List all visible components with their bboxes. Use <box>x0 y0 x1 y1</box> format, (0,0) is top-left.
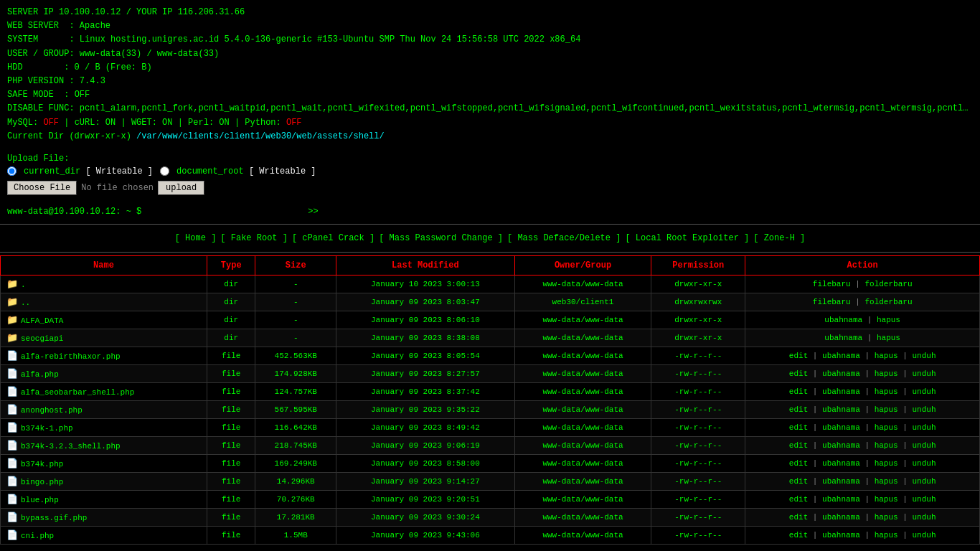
action-unduh[interactable]: unduh <box>913 495 936 504</box>
terminal-input[interactable] <box>144 207 302 217</box>
action-filebaru[interactable]: filebaru <box>813 280 851 288</box>
action-ubahnama[interactable]: ubahnama <box>822 352 860 360</box>
file-name-link[interactable]: . <box>21 281 26 289</box>
col-type: Type <box>207 255 255 275</box>
action-edit[interactable]: edit <box>789 495 808 504</box>
file-name-link[interactable]: ALFA_DATA <box>21 316 63 325</box>
divider-1 <box>0 224 980 225</box>
action-unduh[interactable]: unduh <box>913 441 936 450</box>
action-unduh[interactable]: unduh <box>913 352 936 360</box>
action-edit[interactable]: edit <box>789 459 808 468</box>
file-owner-cell: www-data/www-data <box>514 329 651 347</box>
file-name-link[interactable]: b374k-3.2.3_shell.php <box>21 442 121 451</box>
file-modified-cell: January 09 2023 8:03:47 <box>336 293 515 311</box>
action-ubahnama[interactable]: ubahnama <box>822 513 860 522</box>
file-name-link[interactable]: seocgiapi <box>21 334 63 343</box>
action-unduh[interactable]: unduh <box>913 513 936 522</box>
action-separator: | <box>898 495 913 504</box>
action-hapus[interactable]: hapus <box>875 459 898 468</box>
action-hapus[interactable]: hapus <box>875 405 898 414</box>
file-name-link[interactable]: bingo.php <box>21 478 63 486</box>
radio-document-root[interactable] <box>160 166 169 176</box>
file-action-cell: filebaru | folderbaru <box>745 293 980 311</box>
action-hapus[interactable]: hapus <box>877 334 900 342</box>
action-ubahnama[interactable]: ubahnama <box>822 441 860 450</box>
file-name-link[interactable]: blue.php <box>21 496 59 504</box>
file-owner-cell: www-data/www-data <box>514 275 651 293</box>
action-ubahnama[interactable]: ubahnama <box>824 316 862 324</box>
system-value: Linux hosting.unigres.ac.id 5.4.0-136-ge… <box>80 34 581 44</box>
nav-local-root-exploiter[interactable]: [ Local Root Exploiter ] <box>625 233 749 243</box>
action-hapus[interactable]: hapus <box>875 387 898 396</box>
action-edit[interactable]: edit <box>789 423 808 432</box>
action-ubahnama[interactable]: ubahnama <box>822 369 860 378</box>
action-unduh[interactable]: unduh <box>913 477 936 486</box>
table-row: 📄bypass.gif.phpfile17.281KBJanuary 09 20… <box>1 508 980 526</box>
current-dir-path: /var/www/clients/client1/web30/web/asset… <box>136 131 385 141</box>
file-name-link[interactable]: alfa.php <box>21 370 59 379</box>
action-ubahnama[interactable]: ubahnama <box>822 495 860 504</box>
action-unduh[interactable]: unduh <box>913 531 936 540</box>
action-hapus[interactable]: hapus <box>875 369 898 378</box>
action-separator: | <box>862 316 877 324</box>
action-folderbaru[interactable]: folderbaru <box>864 280 912 288</box>
action-ubahnama[interactable]: ubahnama <box>824 334 862 342</box>
action-hapus[interactable]: hapus <box>875 531 898 540</box>
action-hapus[interactable]: hapus <box>875 352 898 360</box>
action-unduh[interactable]: unduh <box>913 423 936 432</box>
file-name-link[interactable]: alfa-rebirthhaxor.php <box>21 352 121 361</box>
file-table: Name Type Size Last Modified Owner/Group… <box>0 255 980 545</box>
nav-home[interactable]: [ Home ] <box>175 233 217 243</box>
radio-document-root-label[interactable]: document_root [ Writeable ] <box>176 166 316 176</box>
nav-cpanel-crack[interactable]: [ cPanel Crack ] <box>292 233 374 243</box>
action-unduh[interactable]: unduh <box>913 369 936 378</box>
action-edit[interactable]: edit <box>789 441 808 450</box>
action-hapus[interactable]: hapus <box>877 316 900 324</box>
action-edit[interactable]: edit <box>789 513 808 522</box>
file-name-link[interactable]: b374k-1.php <box>21 424 73 433</box>
action-edit[interactable]: edit <box>789 477 808 486</box>
action-separator: | <box>808 495 822 504</box>
action-ubahnama[interactable]: ubahnama <box>822 477 860 486</box>
action-edit[interactable]: edit <box>789 369 808 378</box>
nav-mass-password-change[interactable]: [ Mass Password Change ] <box>379 233 503 243</box>
action-filebaru[interactable]: filebaru <box>813 298 851 306</box>
radio-current-dir[interactable] <box>7 166 17 176</box>
file-name-link[interactable]: alfa_seobarbar_shell.php <box>21 388 134 397</box>
action-hapus[interactable]: hapus <box>875 513 898 522</box>
file-name-link[interactable]: b374k.php <box>21 460 63 468</box>
file-name-link[interactable]: cni.php <box>21 532 54 540</box>
action-hapus[interactable]: hapus <box>875 441 898 450</box>
file-name-link[interactable]: anonghost.php <box>21 406 83 415</box>
file-name-cell: 📁seocgiapi <box>1 329 207 347</box>
file-owner-cell: www-data/www-data <box>514 364 651 382</box>
nav-mass-deface-delete[interactable]: [ Mass Deface/Delete ] <box>507 233 621 243</box>
action-hapus[interactable]: hapus <box>875 423 898 432</box>
file-name-link[interactable]: .. <box>21 298 30 307</box>
terminal-submit-button[interactable]: >> <box>305 207 321 217</box>
action-edit[interactable]: edit <box>789 531 808 540</box>
nav-zone-h[interactable]: [ Zone-H ] <box>753 233 805 243</box>
action-unduh[interactable]: unduh <box>913 405 936 414</box>
action-folderbaru[interactable]: folderbaru <box>864 298 912 306</box>
upload-button[interactable]: upload <box>158 181 204 195</box>
action-ubahnama[interactable]: ubahnama <box>822 423 860 432</box>
action-ubahnama[interactable]: ubahnama <box>822 459 860 468</box>
action-hapus[interactable]: hapus <box>875 477 898 486</box>
action-edit[interactable]: edit <box>789 387 808 396</box>
file-type-cell: file <box>207 508 255 526</box>
choose-file-button[interactable]: Choose File <box>7 181 77 195</box>
action-ubahnama[interactable]: ubahnama <box>822 531 860 540</box>
radio-current-dir-label[interactable]: current_dir [ Writeable ] <box>24 166 153 176</box>
action-separator: | <box>808 459 822 468</box>
action-edit[interactable]: edit <box>789 405 808 414</box>
action-hapus[interactable]: hapus <box>875 495 898 504</box>
action-edit[interactable]: edit <box>789 352 808 360</box>
action-ubahnama[interactable]: ubahnama <box>822 405 860 414</box>
nav-fake-root[interactable]: [ Fake Root ] <box>220 233 288 243</box>
navigation-bar: [ Home ] [ Fake Root ] [ cPanel Crack ] … <box>0 227 980 249</box>
action-unduh[interactable]: unduh <box>913 459 936 468</box>
action-unduh[interactable]: unduh <box>913 387 936 396</box>
file-name-link[interactable]: bypass.gif.php <box>21 514 87 522</box>
action-ubahnama[interactable]: ubahnama <box>822 387 860 396</box>
